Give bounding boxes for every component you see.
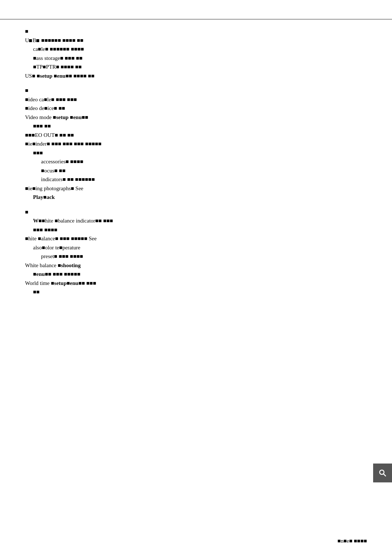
w-entry-2: ■hite ■alance■ ■■■ ■■■■■ See [25, 234, 367, 243]
video-entry-4: ■■■EO OUT■ ■■ ■■ [25, 131, 367, 139]
bottom-navigation: ■n■e■ ■■■■ [338, 538, 367, 544]
w-entry-2c: preset■ ■■■ ■■■■ [25, 252, 367, 261]
top-divider [0, 19, 392, 20]
usb-entry-4: ■TP■PTR■ ■■■■ ■■ [25, 63, 367, 71]
video-entry-3b: ■■■ ■■ [25, 122, 367, 130]
usb-entry-5: US■ ■setup ■enu■■ ■■■■ ■■ [25, 72, 367, 80]
w-section: ■ W■■hite ■balance indicator■■ ■■■ ■■■ ■… [25, 208, 367, 296]
usb-entry-2: ca■le■ ■■■■■■ ■■■■ [25, 45, 367, 53]
usb-section: ■ UB ■■■■■■ ■■■■ ■■ ca■le■ ■■■■■■ ■■■■ ■… [25, 27, 367, 80]
video-entry-3: Video mode ■setup ■enu■■ [25, 113, 367, 122]
section-marker-w: ■ [25, 208, 367, 216]
svg-point-0 [380, 470, 384, 474]
video-entry-5: ■ie■inder■ ■■■ ■■■ ■■■ ■■■■■ [25, 140, 367, 148]
usb-entry-3: ■ass storage■ ■■■ ■■ [25, 54, 367, 62]
search-button[interactable] [373, 464, 392, 482]
world-time-entry: World time ■setup■enu■■ ■■■ [25, 279, 367, 287]
section-marker-video: ■ [25, 86, 367, 95]
section-marker-usb: ■ [25, 27, 367, 36]
w-entry-3b: ■enu■■ ■■■ ■■■■■ [25, 270, 367, 278]
search-icon [378, 469, 387, 477]
video-entry-2: ■ideo de■ice■ ■■ [25, 104, 367, 113]
main-content: ■ UB ■■■■■■ ■■■■ ■■ ca■le■ ■■■■■■ ■■■■ ■… [0, 0, 392, 317]
w-entry-1: W■■hite ■balance indicator■■ ■■■ [25, 217, 367, 225]
video-entry-6: accessories■ ■■■■ [25, 158, 367, 166]
video-entry-9: ■ie■ing photographs■ See [25, 184, 367, 193]
video-entry-1: ■ideo ca■le■ ■■■ ■■■ [25, 95, 367, 104]
video-entry-7: ■ocus■ ■■ [25, 167, 367, 175]
white-balance-entry: White balance ■shooting [25, 261, 367, 270]
svg-line-1 [384, 474, 386, 477]
next-page-label: ■n■e■ ■■■■ [338, 538, 367, 544]
w-entry-1b: ■■■ ■■■■ [25, 226, 367, 234]
w-entry-4b: ■■ [25, 288, 367, 296]
video-section: ■ ■ideo ca■le■ ■■■ ■■■ ■ideo de■ice■ ■■ … [25, 86, 367, 201]
w-entry-2b: also■olor te■perature [25, 244, 367, 252]
video-entry-9b: Play■ack [25, 193, 367, 201]
video-entry-8: indicators■ ■■ ■■■■■■ [25, 175, 367, 184]
usb-entry-1: UB ■■■■■■ ■■■■ ■■ [25, 36, 367, 45]
video-entry-5b: ■■■ [25, 149, 367, 157]
